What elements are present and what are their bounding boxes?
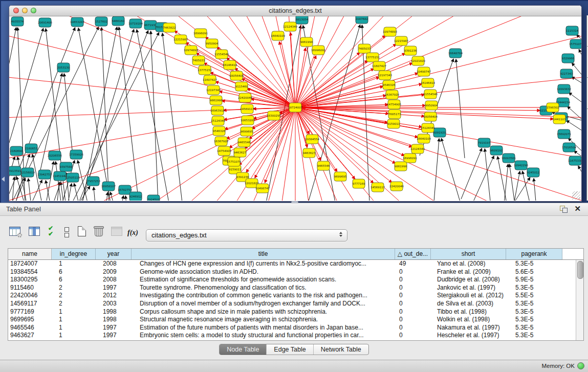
graph-node-label: 9465546 — [238, 141, 251, 144]
graph-node-label: 9699695 — [241, 130, 253, 133]
graph-node-label: 18056404 — [423, 115, 438, 118]
memory-status-dot[interactable] — [577, 362, 584, 369]
graph-node-label: 15124349 — [421, 126, 435, 129]
graph-node-label: 16782753 — [118, 188, 132, 191]
cell-short: Franke et al. (2009) — [431, 268, 506, 276]
graph-node-label: 12215987 — [394, 39, 408, 42]
cell-title: Estimation of significance thresholds fo… — [132, 276, 395, 284]
cell-name: 9463627 — [8, 332, 52, 340]
table-row[interactable]: 1872400712008Changes of HCN gene express… — [8, 260, 583, 268]
network-view[interactable]: 4935574206914061065328715276026466160107… — [9, 16, 581, 201]
network-window[interactable]: citations_edges.txt 4935574206 — [9, 5, 582, 202]
graph-node-label: 16996091 — [311, 49, 325, 52]
graph-node-label: 9159011 — [229, 168, 242, 171]
cell-out_de: 0 — [395, 268, 431, 276]
cell-short: Yano et al. (2008) — [431, 260, 506, 268]
graph-node-label: 9777169 — [353, 182, 365, 185]
zoom-button[interactable] — [31, 8, 36, 13]
tab-edge-table[interactable]: Edge Table — [266, 344, 313, 355]
tab-node-table[interactable]: Node Table — [220, 344, 266, 355]
cell-name: 9465546 — [8, 324, 52, 332]
graph-node-label: 18300295 — [267, 114, 281, 117]
cell-name: 9699695 — [8, 316, 52, 324]
graph-node-label: 7924501 — [147, 198, 160, 201]
graph-edge — [534, 179, 542, 201]
table-scrollbar[interactable] — [576, 260, 583, 340]
column-header-title[interactable]: title — [132, 249, 395, 259]
network-graph[interactable]: 4935574206914061065328715276026466160107… — [9, 16, 581, 201]
graph-node-label: 11607427 — [372, 64, 386, 68]
graph-node-label: 14569117 — [240, 107, 254, 111]
graph-node-label: 22420046 — [389, 185, 404, 188]
graph-edge — [579, 50, 581, 58]
table-row[interactable]: 977716911998Corpus callosum shape and si… — [8, 308, 583, 316]
graph-node-label: 9463627 — [234, 151, 247, 154]
column-header-name[interactable]: name — [8, 249, 52, 259]
cell-out_de: 0 — [395, 332, 431, 340]
graph-node-label: 9950904 — [425, 104, 438, 107]
graph-node-label: 16963910 — [210, 109, 225, 112]
graph-node-label: 16146414 — [223, 63, 237, 67]
graph-edge — [217, 47, 295, 107]
graph-edge — [162, 33, 182, 201]
graph-node-label: 12124349 — [410, 147, 425, 150]
delete-columns-icon[interactable] — [95, 226, 109, 240]
cell-year: 2012 — [96, 292, 132, 300]
cell-pagerank: 5.6E-5 — [506, 268, 562, 276]
cell-short: Hescheler et al. (1997) — [431, 332, 506, 340]
graph-node-label: 10653287 — [241, 119, 255, 122]
table-row[interactable]: 2242004622012Investigating the contribut… — [8, 292, 583, 300]
cell-year: 2009 — [96, 268, 132, 276]
graph-edge — [64, 74, 73, 155]
table-row[interactable]: 1938455462009Genome-wide association stu… — [8, 268, 583, 276]
scrollbar-thumb[interactable] — [577, 261, 583, 279]
column-header-short[interactable]: short — [431, 249, 506, 259]
close-panel-icon[interactable]: ✕ — [574, 204, 581, 213]
function-builder-icon[interactable]: f(x) — [127, 229, 142, 243]
window-resize-grip[interactable] — [572, 191, 580, 200]
cell-pagerank: 5.9E-5 — [506, 276, 562, 284]
column-header-pagerank[interactable]: pagerank — [506, 249, 562, 259]
table-settings-icon[interactable] — [9, 227, 24, 241]
column-header-in_degree[interactable]: in_degree — [52, 249, 96, 259]
cell-in_degree: 2 — [52, 292, 96, 300]
cell-year: 1997 — [96, 324, 132, 332]
table-row[interactable]: 1456911722003Disruption of a novel membe… — [8, 300, 583, 308]
network-desktop: citations_edges.txt 4935574206 — [0, 0, 588, 203]
graph-node-label: 13775151 — [198, 69, 212, 72]
graph-node-label: 9465546 — [317, 164, 330, 167]
table-row[interactable]: 911546021997Tourette syndrome. Phenomeno… — [8, 284, 583, 292]
graph-node-label: 8813054 — [296, 18, 309, 21]
graph-node-label: 12021820 — [411, 59, 425, 62]
select-all-icon[interactable]: ✔✔ — [48, 226, 62, 240]
new-table-icon[interactable] — [78, 226, 92, 240]
graph-node-label: 16648784 — [448, 52, 463, 55]
graph-edge — [295, 105, 425, 107]
table-selector-dropdown[interactable]: citations_edges.txt — [146, 229, 347, 242]
window-title-bar[interactable]: citations_edges.txt — [9, 6, 581, 16]
float-window-icon[interactable] — [560, 206, 568, 213]
table-row[interactable]: 1830029562008Estimation of significance … — [8, 276, 583, 284]
cell-in_degree: 2 — [52, 300, 96, 308]
graph-node-label: 1527602 — [95, 20, 108, 23]
graph-edge — [568, 106, 581, 121]
collapse-panel-arrow-icon[interactable] — [2, 177, 5, 182]
graph-node-label: 9227343 — [560, 72, 573, 75]
tab-network-table[interactable]: Network Table — [313, 344, 368, 355]
graph-node-label: 10653287 — [70, 20, 84, 24]
table-row[interactable]: 969969511998Structural magnetic resonanc… — [8, 316, 583, 324]
graph-edge — [441, 139, 460, 201]
delete-table-icon[interactable] — [111, 227, 125, 241]
graph-node-label: 15751074 — [227, 160, 241, 163]
show-columns-icon[interactable] — [29, 227, 43, 241]
table-row[interactable]: 946362711997Embryonic stem cells: a mode… — [8, 332, 583, 340]
minimize-button[interactable] — [22, 8, 28, 13]
table-row[interactable]: 946554611997Estimation of the future num… — [8, 324, 583, 332]
close-button[interactable] — [13, 8, 19, 13]
column-header-year[interactable]: year — [96, 249, 132, 259]
row-height-icon[interactable] — [64, 226, 79, 240]
graph-edge — [28, 179, 37, 201]
graph-node-label: 20691406 — [38, 21, 52, 24]
column-header-out_de[interactable]: △ out_de... — [395, 249, 431, 259]
graph-edge — [72, 33, 159, 201]
